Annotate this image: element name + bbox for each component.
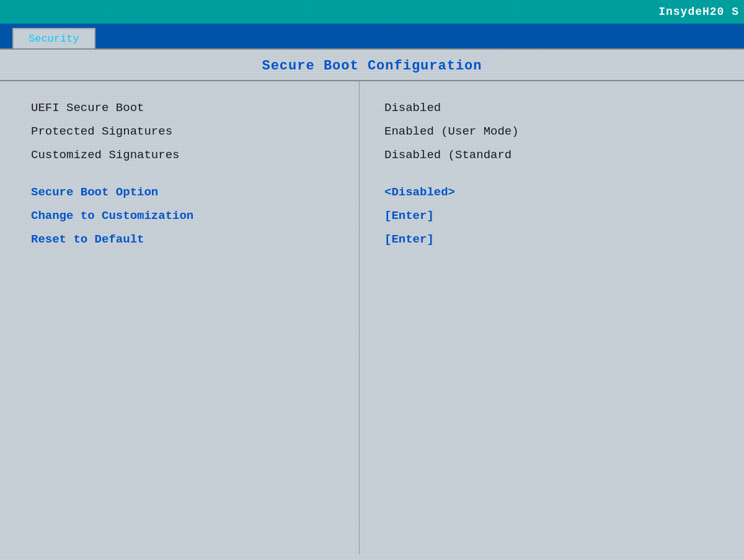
- secure-boot-option-label[interactable]: Secure Boot Option: [31, 185, 158, 199]
- right-panel: Disabled Enabled (User Mode) Disabled (S…: [360, 81, 744, 554]
- reset-to-default-label[interactable]: Reset to Default: [31, 233, 144, 246]
- uefi-secure-boot-label: UEFI Secure Boot: [31, 101, 144, 115]
- secure-boot-option-value[interactable]: <Disabled>: [384, 185, 583, 199]
- secure-boot-option-value-row[interactable]: <Disabled>: [384, 183, 725, 202]
- section-title: Secure Boot Configuration: [262, 58, 482, 74]
- change-to-customization-value[interactable]: [Enter]: [384, 209, 583, 223]
- uefi-secure-boot-value: Disabled: [384, 101, 583, 115]
- top-bar: InsydeH20 S: [0, 0, 744, 24]
- change-to-customization-value-row[interactable]: [Enter]: [384, 207, 725, 225]
- section-title-bar: Secure Boot Configuration: [0, 50, 744, 81]
- customized-signatures-row: Customized Signatures: [31, 146, 328, 164]
- protected-signatures-value: Enabled (User Mode): [384, 125, 583, 138]
- secure-boot-option-row[interactable]: Secure Boot Option: [31, 183, 328, 202]
- content-area: UEFI Secure Boot Protected Signatures Cu…: [0, 81, 744, 554]
- change-to-customization-label[interactable]: Change to Customization: [31, 209, 193, 223]
- tab-security[interactable]: Security: [12, 28, 95, 48]
- protected-signatures-value-row: Enabled (User Mode): [384, 122, 725, 141]
- left-panel: UEFI Secure Boot Protected Signatures Cu…: [0, 81, 360, 554]
- customized-signatures-label: Customized Signatures: [31, 148, 179, 162]
- bios-screen: InsydeH20 S Security Secure Boot Configu…: [0, 0, 744, 560]
- uefi-secure-boot-row: UEFI Secure Boot: [31, 99, 328, 117]
- change-to-customization-row[interactable]: Change to Customization: [31, 207, 328, 225]
- uefi-secure-boot-value-row: Disabled: [384, 99, 725, 117]
- customized-signatures-value: Disabled (Standard: [384, 148, 583, 162]
- reset-to-default-row[interactable]: Reset to Default: [31, 230, 328, 249]
- protected-signatures-row: Protected Signatures: [31, 122, 328, 141]
- main-content: Secure Boot Configuration UEFI Secure Bo…: [0, 48, 744, 560]
- reset-to-default-value-row[interactable]: [Enter]: [384, 230, 725, 249]
- bios-brand: InsydeH20 S: [658, 6, 739, 18]
- reset-to-default-value[interactable]: [Enter]: [384, 233, 583, 246]
- protected-signatures-label: Protected Signatures: [31, 125, 172, 138]
- nav-bar: Security: [0, 24, 744, 48]
- customized-signatures-value-row: Disabled (Standard: [384, 146, 725, 164]
